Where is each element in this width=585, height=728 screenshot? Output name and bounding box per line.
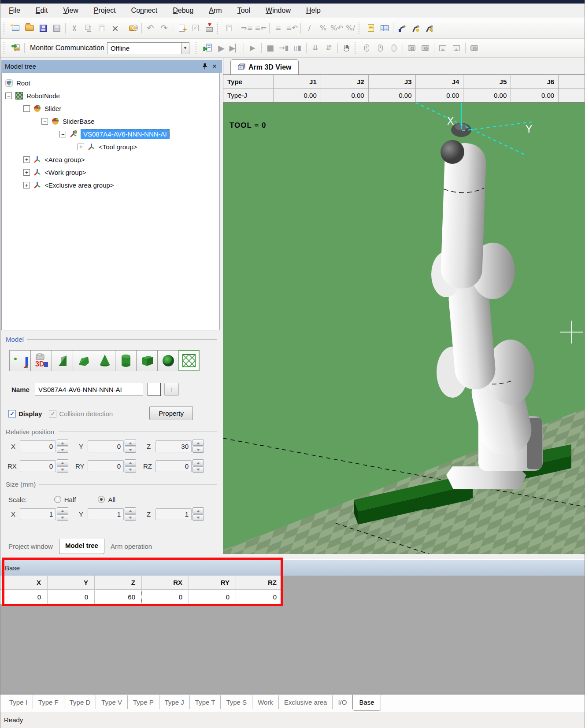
expander-icon[interactable]: − (5, 92, 12, 99)
spin-up-icon[interactable] (125, 459, 136, 466)
rel-z-stepper[interactable] (193, 440, 204, 453)
display-checkbox[interactable]: ✓ (8, 410, 16, 418)
tree-item-work-group[interactable]: + <Work group> (2, 166, 219, 179)
base-x-value[interactable]: 0 (0, 590, 48, 604)
size-x-input[interactable]: 1 (20, 508, 56, 520)
sim-stop-button[interactable] (374, 41, 387, 55)
size-z-input[interactable]: 1 (156, 508, 192, 520)
outdent-button[interactable]: ≡⇐ (254, 21, 267, 35)
toolbar-grip[interactable] (217, 22, 220, 34)
spin-down-icon[interactable] (193, 466, 204, 473)
shape-cone-button[interactable] (94, 350, 115, 371)
form-editor-button[interactable] (364, 21, 378, 35)
tab-work[interactable]: Work (252, 695, 279, 709)
spin-up-icon[interactable] (125, 507, 136, 514)
step-into-button[interactable]: ⇊ (308, 41, 322, 55)
sim-run-button[interactable] (360, 41, 374, 55)
shape-plane-button[interactable] (178, 350, 200, 371)
breakpoint-remove-button[interactable]: %↶ (330, 21, 344, 35)
toolbar-grip[interactable] (359, 22, 362, 34)
spin-up-icon[interactable] (57, 440, 68, 446)
collision-detection-checkbox[interactable]: ✓ (49, 410, 56, 418)
tab-project-window[interactable]: Project window (2, 540, 59, 554)
import-3d-button[interactable]: 3D (30, 350, 52, 371)
base-rx-value[interactable]: 0 (142, 590, 189, 604)
menu-tool[interactable]: Tool (232, 5, 256, 16)
close-icon[interactable]: ✕ (211, 63, 218, 70)
tab-type-f[interactable]: Type F (33, 695, 64, 709)
spin-down-icon[interactable] (125, 466, 136, 473)
rel-x-input[interactable]: 0 (20, 440, 56, 452)
play-button[interactable]: ▶ (215, 41, 228, 55)
arm-teach-button[interactable] (395, 21, 409, 35)
tree-item-root[interactable]: Root (2, 77, 219, 89)
j4-value[interactable]: 0.00 (416, 89, 463, 102)
expander-icon[interactable]: − (23, 105, 30, 112)
tab-type-j[interactable]: Type J (159, 695, 190, 709)
breakpoint-percent-button[interactable]: % (316, 21, 330, 35)
shape-cube-button[interactable] (136, 350, 157, 371)
menu-window[interactable]: Window (260, 5, 296, 16)
scale-half-radio[interactable] (54, 496, 61, 503)
copy-button[interactable] (81, 21, 95, 35)
new-project-button[interactable] (9, 21, 22, 35)
size-z-stepper[interactable] (193, 507, 204, 521)
rel-rx-stepper[interactable] (57, 459, 68, 473)
add-item-button[interactable] (175, 21, 189, 35)
dock-splitter[interactable] (0, 554, 585, 559)
paste-button[interactable] (95, 21, 108, 35)
play-single-button[interactable]: ▶ (246, 41, 259, 55)
base-ry-value[interactable]: 0 (189, 590, 236, 604)
scale-all-radio[interactable] (98, 496, 105, 503)
toolbar-grip[interactable] (4, 22, 7, 34)
program-list-button[interactable] (222, 21, 236, 35)
menu-arm[interactable]: Arm (203, 5, 227, 16)
color-swatch[interactable] (148, 383, 161, 396)
step-out-button[interactable]: ⇵ (322, 41, 336, 55)
spin-up-icon[interactable] (57, 459, 68, 466)
indent-button[interactable]: ⇒≡ (240, 21, 254, 35)
pan-hand-button[interactable] (340, 41, 353, 55)
j5-value[interactable]: 0.00 (463, 89, 511, 102)
menu-edit[interactable]: Edit (30, 5, 54, 16)
shape-wedge-button[interactable] (52, 350, 73, 371)
spin-up-icon[interactable] (193, 507, 204, 514)
robot-arm[interactable] (431, 123, 543, 489)
menu-connect[interactable]: Connect (126, 5, 163, 16)
save-all-button[interactable] (36, 21, 50, 35)
tree-item-slider[interactable]: − Slider (2, 102, 219, 115)
tab-type-d[interactable]: Type D (64, 695, 96, 709)
spin-up-icon[interactable] (193, 440, 204, 446)
alert-button[interactable]: ! (164, 383, 179, 396)
chevron-down-icon[interactable]: ▼ (181, 42, 189, 54)
name-input[interactable]: VS087A4-AV6-NNN-NNN-AI (35, 383, 143, 396)
rel-rz-input[interactable]: 0 (156, 460, 192, 472)
spin-down-icon[interactable] (125, 447, 136, 453)
pin-icon[interactable] (201, 63, 209, 70)
tree-item-sliderbase[interactable]: − SliderBase (2, 115, 219, 128)
play-to-end-button[interactable]: ▶▏ (228, 41, 242, 55)
tab-model-tree[interactable]: Model tree (59, 539, 104, 554)
shape-prism-button[interactable] (73, 350, 94, 371)
rel-ry-stepper[interactable] (125, 459, 136, 473)
spin-down-icon[interactable] (125, 514, 136, 521)
snapshot-2-button[interactable] (450, 41, 463, 55)
menu-file[interactable]: File (3, 5, 26, 16)
base-y-value[interactable]: 0 (48, 590, 95, 604)
tab-arm-3d-view[interactable]: Arm 3D View (230, 59, 299, 74)
arm-payload-button[interactable] (409, 21, 422, 35)
expander-icon[interactable]: + (23, 169, 30, 176)
toolbar-grip[interactable] (196, 42, 199, 54)
camera-view-1-button[interactable] (405, 41, 418, 55)
tree-item-exclusive-area-group[interactable]: + <Exclusive area group> (2, 179, 219, 192)
size-y-stepper[interactable] (125, 507, 136, 521)
menu-project[interactable]: Project (88, 5, 122, 16)
menu-view[interactable]: View (57, 5, 84, 16)
comment-button[interactable]: ≡↶ (285, 21, 299, 35)
rel-y-stepper[interactable] (125, 440, 136, 453)
menu-help[interactable]: Help (300, 5, 326, 16)
tab-type-v[interactable]: Type V (96, 695, 128, 709)
expander-icon[interactable]: − (59, 131, 66, 137)
export-button[interactable] (202, 21, 216, 35)
validate-button[interactable]: ✓ (189, 21, 202, 35)
